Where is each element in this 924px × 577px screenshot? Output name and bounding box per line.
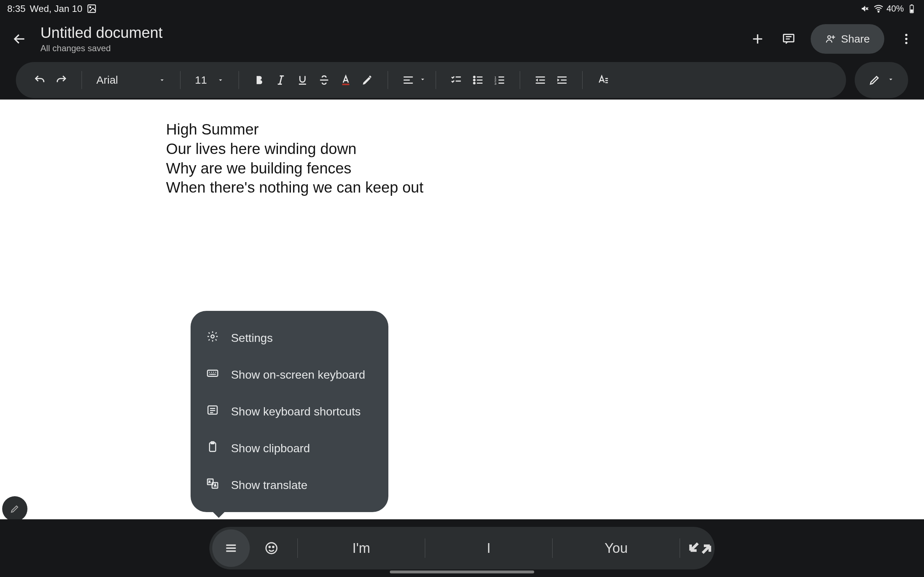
document-content[interactable]: High Summer Our lives here winding down … bbox=[0, 100, 924, 197]
comments-button[interactable] bbox=[780, 30, 798, 48]
back-button[interactable] bbox=[9, 28, 30, 50]
gear-icon bbox=[207, 330, 219, 345]
document-line[interactable]: When there's nothing we can keep out bbox=[166, 178, 924, 197]
bullet-list-button[interactable] bbox=[467, 69, 489, 91]
svg-point-26 bbox=[269, 546, 270, 548]
share-button[interactable]: Share bbox=[811, 24, 884, 54]
svg-rect-19 bbox=[208, 371, 218, 377]
svg-point-12 bbox=[473, 76, 475, 78]
toolbar-separator bbox=[180, 71, 181, 89]
suggestion-1[interactable]: I'm bbox=[304, 541, 419, 556]
indent-button[interactable] bbox=[551, 69, 573, 91]
svg-point-18 bbox=[211, 335, 215, 338]
chevron-down-icon bbox=[217, 74, 224, 86]
ime-separator bbox=[425, 538, 425, 558]
document-title[interactable]: Untitled document bbox=[40, 24, 749, 41]
translate-icon bbox=[207, 477, 219, 493]
popup-pointer bbox=[212, 511, 225, 518]
italic-button[interactable] bbox=[270, 69, 292, 91]
redo-button[interactable] bbox=[50, 69, 72, 91]
ime-separator bbox=[297, 538, 298, 558]
suggestion-3[interactable]: You bbox=[558, 541, 674, 556]
document-area[interactable]: High Summer Our lives here winding down … bbox=[0, 100, 924, 519]
popup-label: Show clipboard bbox=[231, 442, 310, 455]
edit-fab[interactable] bbox=[2, 496, 27, 521]
status-right: 40% bbox=[861, 3, 917, 14]
svg-rect-4 bbox=[911, 4, 913, 5]
shortcut-icon bbox=[207, 404, 219, 419]
chevron-down-icon bbox=[158, 74, 166, 86]
bold-button[interactable] bbox=[248, 69, 270, 91]
undo-button[interactable] bbox=[29, 69, 50, 91]
title-block: Untitled document All changes saved bbox=[40, 24, 749, 53]
svg-point-8 bbox=[905, 34, 908, 36]
popup-label: Settings bbox=[231, 331, 273, 345]
bottom-bar: I'm I You bbox=[0, 519, 924, 577]
battery-percent: 40% bbox=[887, 3, 904, 14]
toolbar-separator bbox=[388, 71, 388, 89]
ime-bar: I'm I You bbox=[209, 527, 715, 569]
editing-mode-button[interactable] bbox=[855, 62, 908, 98]
toolbar: Arial 11 bbox=[0, 61, 924, 100]
chevron-down-icon bbox=[419, 76, 426, 84]
svg-rect-6 bbox=[783, 34, 794, 42]
mute-icon bbox=[861, 3, 871, 14]
alignment-button[interactable] bbox=[397, 69, 426, 91]
popup-item-clipboard[interactable]: Show clipboard bbox=[191, 430, 388, 467]
svg-rect-5 bbox=[911, 10, 913, 12]
popup-label: Show keyboard shortcuts bbox=[231, 405, 360, 418]
underline-button[interactable] bbox=[292, 69, 313, 91]
popup-item-show-keyboard[interactable]: Show on-screen keyboard bbox=[191, 356, 388, 393]
overflow-menu-button[interactable] bbox=[897, 30, 915, 48]
document-line[interactable]: Our lives here winding down bbox=[166, 139, 924, 159]
font-selector[interactable]: Arial bbox=[91, 74, 171, 86]
checklist-button[interactable] bbox=[446, 69, 467, 91]
toolbar-separator bbox=[436, 71, 436, 89]
title-actions: Share bbox=[749, 24, 915, 54]
ime-separator bbox=[680, 538, 680, 558]
ime-emoji-button[interactable] bbox=[253, 529, 290, 567]
wifi-icon bbox=[874, 3, 884, 14]
gesture-nav-bar[interactable] bbox=[390, 571, 534, 574]
text-color-button[interactable] bbox=[335, 69, 357, 91]
ime-options-popup: Settings Show on-screen keyboard Show ke… bbox=[191, 311, 388, 512]
ime-menu-button[interactable] bbox=[212, 529, 250, 567]
toolbar-separator bbox=[239, 71, 239, 89]
image-icon bbox=[87, 3, 97, 14]
document-line[interactable]: High Summer bbox=[166, 120, 924, 139]
document-line[interactable]: Why are we building fences bbox=[166, 159, 924, 178]
outdent-button[interactable] bbox=[530, 69, 551, 91]
svg-text:3: 3 bbox=[494, 82, 497, 85]
popup-item-translate[interactable]: Show translate bbox=[191, 467, 388, 503]
strikethrough-button[interactable] bbox=[313, 69, 335, 91]
popup-label: Show translate bbox=[231, 479, 307, 492]
highlight-button[interactable] bbox=[357, 69, 378, 91]
font-name: Arial bbox=[96, 74, 118, 86]
font-size-value: 11 bbox=[195, 74, 207, 86]
status-left: 8:35 Wed, Jan 10 bbox=[7, 3, 97, 15]
svg-point-25 bbox=[266, 543, 277, 554]
suggestion-2[interactable]: I bbox=[431, 541, 546, 556]
ime-separator bbox=[552, 538, 552, 558]
battery-icon bbox=[907, 3, 917, 14]
svg-point-14 bbox=[473, 82, 475, 84]
svg-rect-0 bbox=[88, 5, 96, 13]
add-button[interactable] bbox=[749, 30, 767, 48]
svg-point-10 bbox=[905, 42, 908, 44]
svg-point-13 bbox=[473, 79, 475, 81]
text-format-button[interactable] bbox=[592, 69, 614, 91]
status-bar: 8:35 Wed, Jan 10 40% bbox=[0, 0, 924, 17]
font-size-selector[interactable]: 11 bbox=[190, 74, 229, 86]
toolbar-separator bbox=[82, 71, 82, 89]
numbered-list-button[interactable]: 123 bbox=[489, 69, 510, 91]
ime-collapse-button[interactable] bbox=[686, 534, 715, 562]
popup-item-settings[interactable]: Settings bbox=[191, 319, 388, 356]
status-date: Wed, Jan 10 bbox=[30, 3, 82, 15]
chevron-down-icon bbox=[887, 76, 894, 84]
svg-point-2 bbox=[878, 11, 879, 12]
popup-item-shortcuts[interactable]: Show keyboard shortcuts bbox=[191, 393, 388, 430]
share-label: Share bbox=[841, 33, 870, 45]
status-time: 8:35 bbox=[7, 3, 26, 15]
save-state: All changes saved bbox=[40, 43, 749, 53]
svg-point-27 bbox=[273, 546, 274, 548]
